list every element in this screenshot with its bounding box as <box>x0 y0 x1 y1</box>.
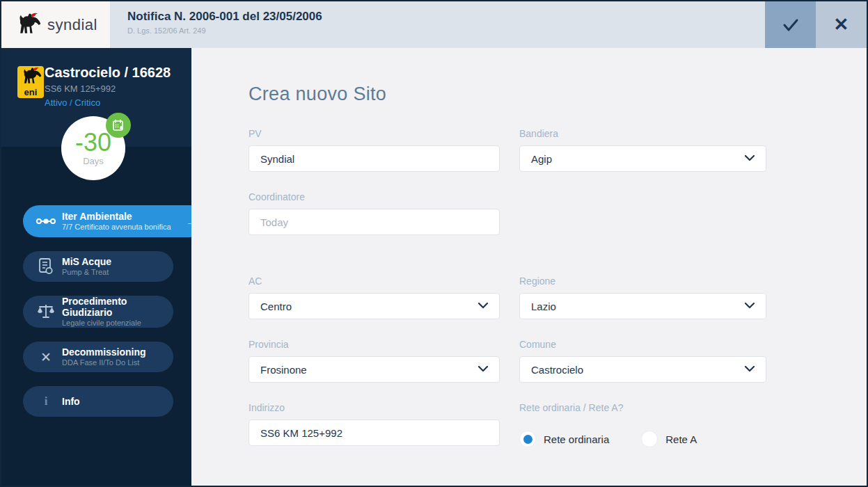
radio-circle <box>641 431 658 447</box>
x-icon: ✕ <box>40 349 52 365</box>
rete-field-group: Rete ordinaria / Rete A? Rete ordinaria … <box>519 402 766 452</box>
menu-item-sublabel: Pump & Treat <box>62 268 164 277</box>
regione-field-group: Regione Lazio <box>519 276 766 319</box>
radio-label: Rete ordinaria <box>544 433 609 445</box>
sidebar-menu: Iter Ambientale 7/7 Certificato avvenuta… <box>23 205 191 431</box>
regione-select[interactable]: Lazio <box>519 293 766 319</box>
site-address: SS6 KM 125+992 <box>45 83 116 94</box>
header-bar: syndial Notifica N. 2006-001 del 23/05/2… <box>1 1 867 48</box>
confirm-button[interactable] <box>765 1 816 48</box>
menu-item-sublabel: 7/7 Certificato avvenuta bonifica <box>62 223 183 232</box>
bandiera-field-group: Bandiera Agip <box>519 128 766 172</box>
coordinatore-input[interactable] <box>248 209 500 235</box>
provincia-selected-value: Frosinone <box>260 364 307 376</box>
sidebar-item-mis-acque[interactable]: MiS Acque Pump & Treat <box>23 251 173 282</box>
comune-label: Comune <box>519 339 766 350</box>
info-icon: i <box>45 394 48 408</box>
pv-input[interactable] <box>248 145 500 172</box>
calendar-alert-icon <box>106 113 131 138</box>
main-content: Crea nuovo Sito PV Bandiera Agip <box>191 48 867 486</box>
radio-rete-a[interactable]: Rete A <box>641 431 697 447</box>
sidebar-item-decommissioning[interactable]: ✕ Decommissioning DDA Fase II/To Do List <box>23 342 173 372</box>
ac-field-group: AC Centro <box>248 276 500 319</box>
comune-select[interactable]: Castrocielo <box>519 356 766 383</box>
close-icon: ✕ <box>834 14 849 35</box>
bandiera-select[interactable]: Agip <box>519 145 766 172</box>
coordinatore-label: Coordinatore <box>248 191 500 202</box>
brand-name: syndial <box>47 16 97 34</box>
close-button[interactable]: ✕ <box>816 1 867 48</box>
sidebar-item-procedimento-giudiziario[interactable]: Procedimento Giudiziario Legale civile p… <box>23 296 173 328</box>
form-title: Crea nuovo Sito <box>248 83 768 105</box>
bandiera-selected-value: Agip <box>531 153 552 165</box>
bandiera-label: Bandiera <box>519 128 766 139</box>
coordinatore-field-group: Coordinatore <box>248 191 500 235</box>
eni-dog-icon <box>19 67 42 86</box>
days-value: -30 <box>75 130 111 155</box>
site-status: Attivo / Critico <box>45 97 100 108</box>
menu-item-sublabel: Legale civile potenziale <box>62 319 164 328</box>
provincia-label: Provincia <box>248 339 500 350</box>
rete-label: Rete ordinaria / Rete A? <box>519 402 766 413</box>
pv-field-group: PV <box>248 128 500 172</box>
syndial-logo: syndial <box>1 1 110 48</box>
app-window: syndial Notifica N. 2006-001 del 23/05/2… <box>0 0 868 487</box>
page-subtitle: D. Lgs. 152/06 Art. 249 <box>127 26 765 35</box>
water-document-icon <box>34 257 58 276</box>
menu-item-label: MiS Acque <box>62 256 164 267</box>
indirizzo-input[interactable] <box>248 420 500 446</box>
ac-label: AC <box>248 276 500 287</box>
header-actions: ✕ <box>765 1 867 48</box>
chevron-down-icon <box>745 366 755 372</box>
header-meta: Notifica N. 2006-001 del 23/05/2006 D. L… <box>110 1 765 48</box>
rete-radio-group: Rete ordinaria Rete A <box>519 426 766 452</box>
page-title: Notifica N. 2006-001 del 23/05/2006 <box>127 10 765 24</box>
chevron-down-icon <box>745 303 755 309</box>
comune-selected-value: Castrocielo <box>531 364 583 376</box>
menu-item-label: Iter Ambientale <box>62 211 183 222</box>
site-name: Castrocielo / 16628 <box>45 65 171 81</box>
radio-label: Rete A <box>665 433 697 445</box>
menu-item-label: Info <box>62 396 164 407</box>
ac-select[interactable]: Centro <box>248 293 500 319</box>
ac-selected-value: Centro <box>260 301 292 312</box>
steps-icon <box>34 216 58 226</box>
check-icon <box>782 18 799 32</box>
indirizzo-label: Indirizzo <box>248 402 500 413</box>
provincia-field-group: Provincia Frosinone <box>248 339 500 383</box>
create-site-form: Crea nuovo Sito PV Bandiera Agip <box>248 83 768 452</box>
scales-icon <box>34 303 58 321</box>
chevron-down-icon <box>478 366 488 372</box>
menu-item-label: Procedimento Giudiziario <box>62 296 164 318</box>
radio-rete-ordinaria[interactable]: Rete ordinaria <box>519 431 609 447</box>
regione-selected-value: Lazio <box>531 301 556 312</box>
eni-wordmark: eni <box>24 88 38 97</box>
chevron-down-icon <box>478 303 488 309</box>
provincia-select[interactable]: Frosinone <box>248 356 500 383</box>
six-legged-dog-icon <box>14 12 42 38</box>
regione-label: Regione <box>519 276 766 287</box>
sidebar: eni Castrocielo / 16628 SS6 KM 125+992 A… <box>1 48 191 486</box>
menu-item-sublabel: DDA Fase II/To Do List <box>62 358 164 367</box>
sidebar-item-info[interactable]: i Info <box>23 386 173 417</box>
comune-field-group: Comune Castrocielo <box>519 339 766 383</box>
menu-item-label: Decommissioning <box>62 346 164 358</box>
pv-label: PV <box>248 128 500 139</box>
radio-circle <box>519 431 536 447</box>
days-counter-badge: -30 Days <box>61 116 125 180</box>
eni-logo: eni <box>17 66 44 98</box>
chevron-down-icon <box>745 155 755 161</box>
days-label: Days <box>83 156 104 166</box>
indirizzo-field-group: Indirizzo <box>248 402 500 452</box>
sidebar-item-iter-ambientale[interactable]: Iter Ambientale 7/7 Certificato avvenuta… <box>23 205 206 237</box>
